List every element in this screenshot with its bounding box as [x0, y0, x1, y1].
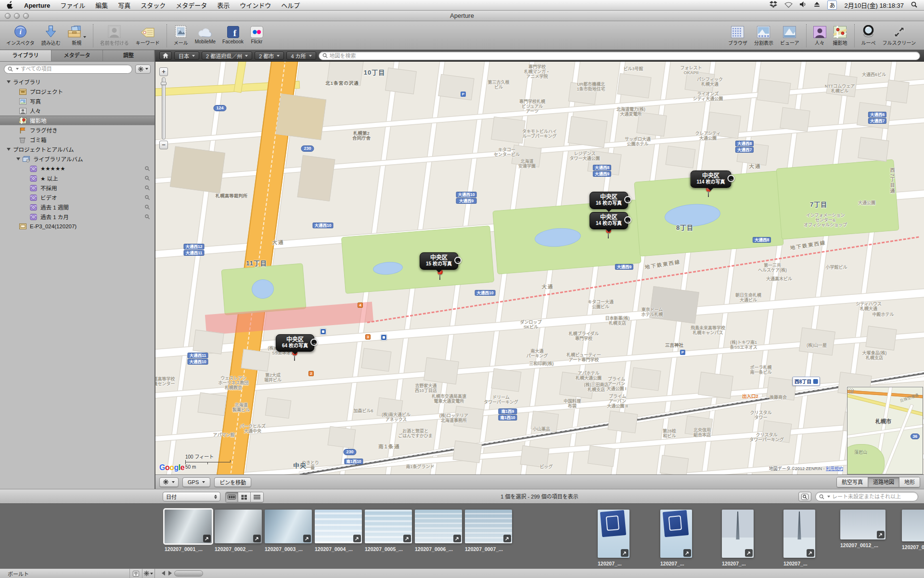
breadcrumb-button-0[interactable]: 日本 [174, 52, 199, 60]
map-type-航空写真[interactable]: 航空写真 [837, 477, 868, 487]
sidebar-item[interactable]: E-P3_024(120207) [0, 222, 154, 231]
thumbnail-image[interactable] [215, 510, 262, 543]
fullscreen-button[interactable]: フルスクリーン [883, 23, 916, 48]
thumbnail-image[interactable] [265, 510, 312, 543]
thumbnail-item[interactable]: 120207_... [598, 510, 629, 566]
browser-search-input[interactable] [832, 494, 914, 499]
callout-arrow-button[interactable]: → [310, 339, 318, 346]
sidebar-item[interactable]: 過去 1 カ月 [0, 212, 154, 222]
places-view-button[interactable]: 撮影地 [833, 23, 847, 48]
browser-view-button[interactable]: MMブラウザ [728, 23, 747, 48]
breadcrumb-button-2[interactable]: 2 都市 [255, 52, 284, 60]
gps-button[interactable]: GPS [182, 477, 210, 487]
wifi-icon[interactable] [784, 1, 793, 9]
sidebar-search-field[interactable] [4, 65, 132, 74]
browser-search-field[interactable] [815, 492, 918, 501]
disclosure-triangle-icon[interactable] [7, 148, 11, 151]
menu-item-app[interactable]: Aperture [24, 2, 50, 9]
spotlight-icon[interactable] [911, 1, 917, 9]
faces-view-button[interactable]: 人々 [813, 23, 826, 48]
thumbnail-item[interactable]: 120207_0012_... [840, 510, 886, 548]
input-method-menu[interactable]: あ [827, 0, 837, 10]
terms-link[interactable]: 利用規約 [826, 466, 843, 471]
map-search-field[interactable] [319, 52, 920, 60]
sidebar-item[interactable]: 不採用 [0, 183, 154, 193]
vault-action-button[interactable] [142, 569, 154, 578]
tab-メタデータ[interactable]: メタデータ [51, 50, 103, 61]
thumbnail-image[interactable] [315, 510, 362, 543]
breadcrumb-button-3[interactable]: 4 カ所 [286, 52, 316, 60]
thumbnail-item[interactable]: 120207_0007_... [465, 510, 512, 552]
thumbnail-item[interactable]: 120207_... [722, 510, 754, 566]
apple-menu-icon[interactable] [7, 0, 14, 10]
breadcrumb-button-1[interactable]: 2 都道府県／州 [202, 52, 252, 60]
thumbnail-item[interactable]: 120207_0... [902, 510, 924, 550]
import-button[interactable]: 読み込む [41, 23, 61, 48]
callout-arrow-button[interactable]: → [624, 216, 631, 223]
scrollbar-thumb[interactable] [174, 570, 203, 577]
thumbnail-item[interactable]: 120207_0001_... [165, 510, 212, 552]
scroll-right-icon[interactable] [168, 571, 172, 576]
name-faces-button[interactable]: 名前を付ける [100, 23, 129, 48]
filter-hud-button[interactable] [798, 492, 811, 501]
sidebar-item[interactable]: ゴミ箱 [0, 135, 154, 144]
thumbnail-item[interactable]: 120207_0005_... [365, 510, 412, 552]
breadcrumb-home-button[interactable] [159, 52, 172, 60]
sidebar-item[interactable]: 人々 [0, 106, 154, 116]
place-callout[interactable]: 中央区16 枚の写真→ [590, 192, 628, 209]
thumbnail-item[interactable]: 120207_... [660, 510, 692, 566]
map-gear-button[interactable] [159, 477, 179, 487]
eject-icon[interactable] [814, 1, 820, 9]
sidebar-item[interactable]: プロジェクト [0, 87, 154, 96]
zoom-in-button[interactable]: + [159, 67, 168, 76]
place-callout[interactable]: 中央区64 枚の写真→ [276, 334, 314, 352]
zoom-out-button[interactable]: − [159, 141, 168, 149]
disclosure-triangle-icon[interactable] [16, 158, 20, 160]
viewer-view-button[interactable]: ビューア [780, 23, 799, 48]
tab-ライブラリ[interactable]: ライブラリ [0, 50, 51, 61]
sidebar-item[interactable]: ビデオ [0, 193, 154, 202]
close-button[interactable] [5, 13, 11, 19]
menu-item-6[interactable]: 表示 [217, 2, 230, 9]
zoom-slider-handle[interactable] [161, 82, 167, 85]
sidebar-item[interactable]: 撮影地 [0, 116, 154, 125]
sidebar-item[interactable]: フラグ付き [0, 125, 154, 135]
map-type-地形[interactable]: 地形 [899, 477, 920, 487]
filmstrip-scrollbar[interactable] [155, 569, 924, 578]
thumbnail-item[interactable]: 120207_... [783, 510, 815, 566]
new-item-button[interactable]: 新規 [67, 23, 86, 48]
sidebar-search-input[interactable] [21, 66, 128, 72]
search-scope-caret-icon[interactable] [16, 68, 19, 70]
place-callout[interactable]: 中央区114 枚の写真→ [691, 171, 732, 188]
callout-arrow-button[interactable]: → [454, 257, 462, 264]
sidebar-item[interactable]: ★ 以上 [0, 173, 154, 183]
zoom-slider-track[interactable] [162, 77, 166, 140]
sidebar-action-button[interactable] [135, 65, 151, 74]
callout-arrow-button[interactable]: → [624, 196, 631, 203]
zoom-button[interactable] [23, 13, 29, 19]
loupe-button[interactable]: ルーペ [861, 23, 876, 48]
move-pin-button[interactable]: ピンを移動 [214, 477, 251, 487]
thumbnail-image[interactable] [598, 510, 629, 558]
minimize-button[interactable] [14, 13, 20, 19]
thumbnail-image[interactable] [415, 510, 462, 543]
email-button[interactable]: メール [174, 23, 188, 48]
thumbnail-image[interactable] [840, 510, 886, 539]
place-callout[interactable]: 中央区14 枚の写真→ [590, 212, 628, 229]
sidebar-item[interactable]: 写真 [0, 96, 154, 106]
scroll-left-icon[interactable] [162, 571, 165, 576]
thumbnail-image[interactable] [365, 510, 412, 543]
thumbnail-image[interactable] [722, 510, 754, 558]
inspector-button[interactable]: iインスペクタ [6, 23, 35, 48]
thumbnail-item[interactable]: 120207_0006_... [415, 510, 462, 552]
keyword-button[interactable]: キーワード [136, 23, 160, 48]
menu-item-7[interactable]: ウインドウ [240, 2, 271, 9]
thumbnail-item[interactable]: 120207_0002_... [215, 510, 262, 552]
window-title-bar[interactable]: Aperture [0, 11, 924, 21]
menu-item-3[interactable]: 写真 [118, 2, 130, 9]
map-search-input[interactable] [330, 53, 916, 59]
sidebar-item[interactable]: ライブラリアルバム [0, 154, 154, 164]
menu-item-8[interactable]: ヘルプ [281, 2, 300, 9]
overview-minimap[interactable]: 丘珠空港通札幌市藻岩山36 [847, 387, 923, 474]
place-callout[interactable]: 中央区15 枚の写真→ [420, 252, 458, 270]
